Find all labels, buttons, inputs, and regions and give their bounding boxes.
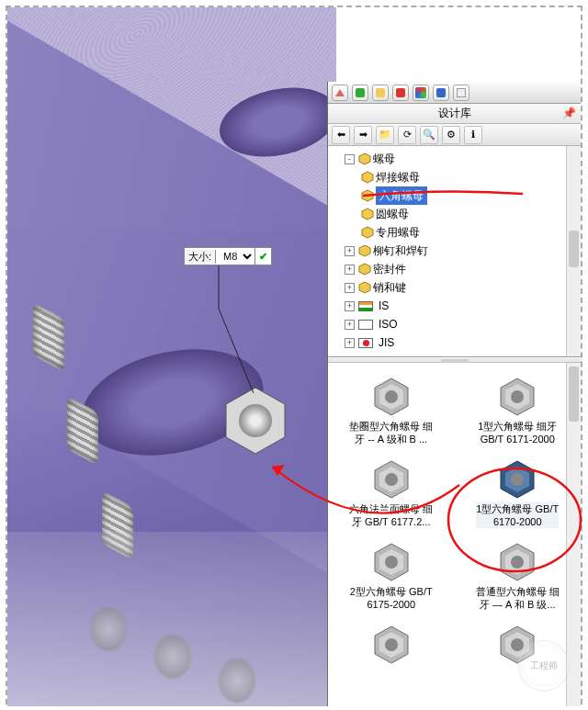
part-thumbnail — [488, 539, 547, 585]
part-thumbnail — [362, 622, 421, 668]
tree-node[interactable]: 圆螺母 — [361, 205, 581, 223]
part-caption: 1型六角螺母 细牙GB/T 6171-2000 — [478, 420, 557, 445]
watermark: 工程师 — [518, 640, 570, 692]
svg-marker-9 — [359, 264, 370, 275]
part-caption: 2型六角螺母 GB/T6175-2000 — [350, 585, 433, 611]
tab-home-icon[interactable] — [332, 85, 348, 101]
toolbar-button[interactable]: 📁 — [376, 126, 394, 144]
part-caption: 1型六角螺母 GB/T6170-2000 — [476, 502, 559, 528]
toolbar-button[interactable]: ➡ — [354, 126, 372, 144]
tab-icon[interactable] — [352, 85, 368, 101]
toolbar-button[interactable]: ℹ — [464, 126, 482, 144]
svg-point-13 — [385, 390, 398, 403]
toolbar-button[interactable]: ⬅ — [332, 126, 350, 144]
tab-icon[interactable] — [433, 85, 449, 101]
tab-icon[interactable] — [392, 85, 409, 101]
svg-marker-8 — [359, 245, 370, 256]
design-library-panel: 设计库 📌 ⬅ ➡ 📁 ⟳ 🔍 ⚙ ℹ - 螺母 焊接螺母六角螺母圆螺母专用螺母… — [327, 82, 581, 706]
gallery-item[interactable]: 垫圈型六角螺母 细牙 -- A 级和 B ... — [330, 370, 453, 449]
toolbar-button[interactable]: ⟳ — [398, 126, 416, 144]
tree-label: 焊接螺母 — [376, 168, 420, 186]
gallery-scrollbar[interactable] — [566, 363, 581, 706]
3d-viewport[interactable] — [7, 7, 336, 706]
toolbar-button[interactable]: 🔍 — [420, 126, 438, 144]
gallery-item[interactable]: 六角法兰面螺母 细牙 GB/T 6177.2... — [330, 453, 453, 532]
tree-node[interactable]: 焊接螺母 — [361, 168, 581, 186]
collapse-icon[interactable]: - — [345, 154, 355, 164]
image-frame: 大小: M8 ✔ 设计库 📌 ⬅ ➡ 📁 ⟳ 🔍 ⚙ ℹ — [6, 6, 582, 704]
tree-label: ISO — [379, 315, 398, 333]
svg-point-31 — [385, 638, 398, 651]
tree-label: 圆螺母 — [376, 205, 409, 223]
gallery-item[interactable]: 普通型六角螺母 细牙 — A 和 B 级... — [457, 535, 580, 614]
svg-marker-7 — [362, 227, 373, 238]
flag-icon — [358, 338, 373, 348]
svg-marker-10 — [359, 282, 370, 293]
tree-label: 密封件 — [373, 260, 406, 278]
part-thumbnail — [362, 539, 421, 585]
tree-scrollbar[interactable] — [566, 146, 581, 356]
tree-label: IS — [379, 297, 389, 315]
gallery-item[interactable] — [330, 618, 453, 671]
part-caption: 六角法兰面螺母 细牙 GB/T 6177.2... — [349, 502, 433, 528]
gallery-item[interactable]: 1型六角螺母 GB/T6170-2000 — [457, 453, 580, 532]
part-caption: 垫圈型六角螺母 细牙 -- A 级和 B ... — [349, 420, 433, 445]
confirm-button[interactable]: ✔ — [254, 248, 271, 265]
placed-nut[interactable] — [219, 384, 292, 457]
svg-marker-6 — [362, 208, 373, 220]
svg-point-22 — [511, 473, 524, 486]
reflection — [90, 607, 127, 651]
tree-node[interactable]: +销和键 — [345, 278, 581, 297]
expand-icon[interactable]: + — [345, 356, 355, 358]
svg-point-28 — [511, 556, 524, 569]
flag-icon — [358, 301, 373, 311]
part-thumbnail — [362, 456, 421, 502]
tree-node[interactable]: +密封件 — [345, 260, 581, 278]
svg-marker-5 — [362, 190, 373, 201]
nut-icon — [358, 263, 371, 276]
tree-label: 六角螺母 — [376, 186, 427, 205]
reflection — [219, 659, 255, 703]
tree-node[interactable]: +IS — [345, 297, 581, 315]
task-pane-tabs — [328, 82, 581, 104]
expand-icon[interactable]: + — [345, 338, 355, 348]
tree-node[interactable]: - 螺母 — [345, 150, 581, 168]
expand-icon[interactable]: + — [345, 246, 355, 256]
gallery-item[interactable]: 1型六角螺母 细牙GB/T 6171-2000 — [457, 370, 580, 449]
svg-marker-4 — [362, 172, 373, 183]
nut-icon — [361, 208, 374, 220]
tree-node[interactable]: +柳钉和焊钉 — [345, 242, 581, 260]
expand-icon[interactable]: + — [345, 320, 355, 330]
nut-icon — [358, 152, 371, 165]
tab-icon[interactable] — [372, 85, 389, 101]
nut-bore — [239, 404, 272, 437]
part-thumbnail — [488, 456, 547, 502]
tree-node[interactable]: 专用螺母 — [361, 223, 581, 242]
scrollbar-thumb[interactable] — [569, 366, 579, 422]
panel-toolbar: ⬅ ➡ 📁 ⟳ 🔍 ⚙ ℹ — [328, 124, 581, 146]
tree-label: JIS — [379, 333, 394, 352]
expand-icon[interactable]: + — [345, 283, 355, 293]
nut-icon — [361, 189, 374, 202]
part-thumbnail — [488, 374, 547, 420]
tree-node[interactable]: +ISO — [345, 315, 581, 333]
toolbar-button[interactable]: ⚙ — [442, 126, 460, 144]
pin-icon[interactable]: 📌 — [562, 107, 575, 119]
nut-icon — [358, 244, 371, 257]
tree-node[interactable]: 六角螺母 — [361, 186, 581, 205]
svg-point-25 — [385, 556, 398, 569]
tree-node[interactable]: +JIS — [345, 333, 581, 352]
gallery-item[interactable]: 2型六角螺母 GB/T6175-2000 — [330, 535, 453, 614]
library-tree[interactable]: - 螺母 焊接螺母六角螺母圆螺母专用螺母 +柳钉和焊钉 +密封件 +销和键 +I… — [328, 146, 581, 357]
tree-node[interactable]: +KS — [345, 352, 581, 357]
scrollbar-thumb[interactable] — [569, 231, 579, 267]
part-thumbnail — [362, 374, 421, 420]
tab-appearances-icon[interactable] — [413, 85, 429, 101]
tree-label: 柳钉和焊钉 — [373, 242, 428, 260]
floor-reflection — [7, 532, 336, 706]
expand-icon[interactable]: + — [345, 265, 355, 275]
expand-icon[interactable]: + — [345, 301, 355, 311]
tab-icon[interactable] — [453, 85, 469, 101]
size-select[interactable]: M8 — [216, 248, 254, 265]
size-popup: 大小: M8 ✔ — [184, 247, 272, 265]
